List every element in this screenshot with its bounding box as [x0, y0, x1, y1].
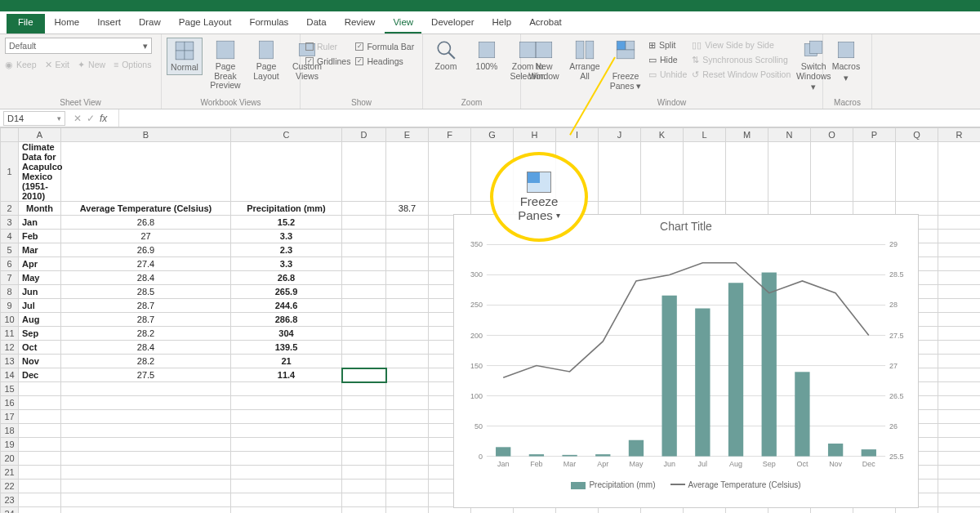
arrange-all-button[interactable]: Arrange All — [567, 38, 603, 83]
row-header[interactable]: 9 — [1, 299, 19, 313]
cell[interactable] — [342, 243, 386, 257]
cell[interactable] — [386, 216, 429, 230]
cell[interactable] — [231, 466, 342, 480]
cell[interactable] — [231, 507, 342, 514]
cell[interactable]: Jul — [19, 299, 61, 313]
cell[interactable]: 27 — [61, 230, 231, 243]
cell[interactable]: Average Temperature (Celsius) — [61, 202, 231, 216]
cell[interactable]: Aug — [19, 313, 61, 327]
cell[interactable] — [19, 480, 61, 493]
cell[interactable] — [938, 410, 981, 424]
cell[interactable] — [386, 285, 429, 299]
cell[interactable] — [342, 424, 386, 438]
cell[interactable] — [342, 382, 386, 396]
row-header[interactable]: 18 — [1, 424, 19, 438]
tab-draw[interactable]: Draw — [131, 14, 169, 33]
row-header[interactable]: 1 — [1, 142, 19, 202]
row-header[interactable]: 10 — [1, 313, 19, 327]
split-button[interactable]: ⊞ Split — [648, 39, 687, 51]
cell[interactable] — [684, 202, 726, 216]
cell[interactable] — [938, 327, 981, 341]
cell[interactable] — [61, 382, 231, 396]
cell[interactable] — [231, 396, 342, 410]
cell[interactable] — [386, 480, 429, 493]
row-header[interactable]: 21 — [1, 466, 19, 480]
cell[interactable]: 28.7 — [61, 299, 231, 313]
cell[interactable] — [938, 452, 981, 466]
cell[interactable]: Month — [19, 202, 61, 216]
exit-button[interactable]: ✕ Exit — [45, 59, 70, 70]
cell[interactable] — [938, 230, 981, 243]
cell[interactable] — [342, 466, 386, 480]
cell[interactable]: Oct — [19, 341, 61, 355]
cell[interactable] — [386, 327, 429, 341]
col-header[interactable]: D — [342, 128, 386, 142]
cell[interactable] — [938, 438, 981, 452]
cell[interactable] — [938, 285, 981, 299]
cell[interactable] — [342, 313, 386, 327]
side-by-side-button[interactable]: ▯▯ View Side by Side — [692, 39, 791, 51]
cell[interactable] — [811, 142, 853, 202]
cell[interactable] — [342, 202, 386, 216]
cell[interactable] — [342, 396, 386, 410]
col-header[interactable]: A — [19, 128, 61, 142]
cell[interactable]: Sep — [19, 327, 61, 341]
cell[interactable]: 27.4 — [61, 257, 231, 271]
cell[interactable] — [938, 396, 981, 410]
row-header[interactable]: 2 — [1, 202, 19, 216]
cell[interactable] — [429, 202, 471, 216]
cell[interactable] — [429, 142, 471, 202]
cell[interactable] — [938, 493, 981, 507]
row-header[interactable]: 20 — [1, 452, 19, 466]
cell[interactable] — [896, 142, 938, 202]
row-header[interactable]: 12 — [1, 341, 19, 355]
cell[interactable] — [231, 438, 342, 452]
cell[interactable] — [641, 142, 684, 202]
cell[interactable] — [342, 327, 386, 341]
row-header[interactable]: 8 — [1, 285, 19, 299]
cell[interactable] — [61, 507, 231, 514]
cell[interactable] — [938, 355, 981, 368]
cell[interactable] — [386, 507, 429, 514]
cell[interactable] — [938, 341, 981, 355]
cell[interactable] — [386, 424, 429, 438]
row-header[interactable]: 13 — [1, 355, 19, 368]
ruler-checkbox[interactable]: Ruler — [305, 41, 350, 52]
cell[interactable] — [61, 424, 231, 438]
cell[interactable] — [938, 257, 981, 271]
cell[interactable] — [19, 382, 61, 396]
cell[interactable] — [231, 493, 342, 507]
cell[interactable]: 28.4 — [61, 271, 231, 285]
cell[interactable]: Apr — [19, 257, 61, 271]
cell[interactable] — [231, 452, 342, 466]
sync-scroll-button[interactable]: ⇅ Synchronous Scrolling — [692, 54, 791, 65]
cell[interactable] — [938, 507, 981, 514]
cell[interactable]: 3.3 — [231, 257, 342, 271]
cell[interactable] — [61, 452, 231, 466]
col-header[interactable]: N — [768, 128, 811, 142]
tab-review[interactable]: Review — [336, 14, 384, 33]
cell[interactable] — [342, 216, 386, 230]
cell[interactable]: Feb — [19, 230, 61, 243]
cell[interactable] — [386, 452, 429, 466]
col-header[interactable]: O — [811, 128, 853, 142]
cell[interactable]: 244.6 — [231, 299, 342, 313]
cell[interactable] — [938, 299, 981, 313]
cell[interactable] — [768, 142, 811, 202]
col-header[interactable]: G — [471, 128, 514, 142]
cell[interactable] — [231, 382, 342, 396]
new-button[interactable]: ✦ New — [78, 59, 105, 70]
cell[interactable] — [61, 466, 231, 480]
sheet-view-select[interactable]: Default▾ — [5, 38, 152, 54]
cell[interactable] — [938, 368, 981, 382]
tab-page-layout[interactable]: Page Layout — [171, 14, 240, 33]
tab-formulas[interactable]: Formulas — [241, 14, 296, 33]
cell[interactable] — [19, 466, 61, 480]
cell[interactable]: Dec — [19, 368, 61, 382]
cell[interactable]: 139.5 — [231, 341, 342, 355]
cell[interactable] — [684, 142, 726, 202]
cell[interactable]: Jan — [19, 216, 61, 230]
cell[interactable] — [386, 368, 429, 382]
cell[interactable] — [231, 424, 342, 438]
cell[interactable] — [386, 410, 429, 424]
